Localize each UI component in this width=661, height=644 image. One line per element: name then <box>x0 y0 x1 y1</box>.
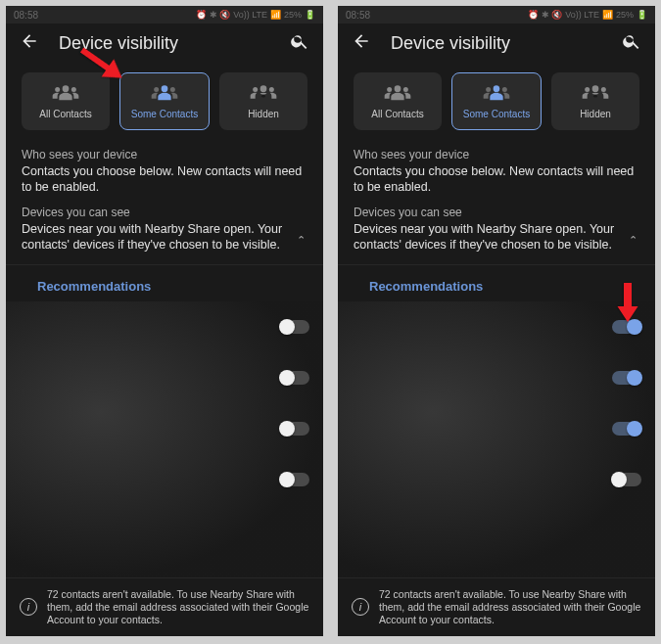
svg-point-5 <box>170 87 175 92</box>
screenshot-left: 08:58 ⏰ ✱ 🔇 Vo)) LTE 📶 25% 🔋 Device visi… <box>6 6 323 636</box>
who-sees-desc: Contacts you choose below. New contacts … <box>354 163 639 196</box>
annotation-arrow-right <box>611 283 640 322</box>
svg-point-3 <box>162 85 168 92</box>
list-item <box>20 352 309 403</box>
svg-point-4 <box>154 87 159 92</box>
tab-label: All Contacts <box>39 109 91 119</box>
contact-toggle[interactable] <box>280 422 309 436</box>
search-icon[interactable] <box>290 31 309 55</box>
status-icons: ⏰ ✱ 🔇 Vo)) LTE 📶 25% 🔋 <box>528 10 647 20</box>
list-item <box>352 301 641 352</box>
tab-label: Some Contacts <box>463 109 530 119</box>
tab-label: Hidden <box>580 109 611 119</box>
tab-label: All Contacts <box>371 109 423 119</box>
list-item <box>20 454 309 505</box>
status-bar: 08:58 ⏰ ✱ 🔇 Vo)) LTE 📶 25% 🔋 <box>338 6 655 23</box>
contacts-list-right <box>338 301 655 577</box>
footer-text: 72 contacts aren't available. To use Nea… <box>47 588 309 626</box>
svg-point-11 <box>387 87 392 92</box>
visibility-tabs: All Contacts Some Contacts Hidden <box>6 63 323 142</box>
group-icon <box>249 83 278 103</box>
back-icon[interactable] <box>352 31 371 55</box>
tab-some-contacts[interactable]: Some Contacts <box>451 72 542 130</box>
search-icon[interactable] <box>622 31 641 55</box>
app-header: Device visibility <box>6 23 323 63</box>
svg-point-14 <box>486 87 491 92</box>
contacts-list-left <box>6 301 323 577</box>
contact-toggle[interactable] <box>280 320 309 334</box>
back-icon[interactable] <box>20 31 39 55</box>
svg-point-8 <box>269 87 274 92</box>
group-icon <box>482 83 511 103</box>
tab-label: Some Contacts <box>131 109 198 119</box>
svg-point-1 <box>55 87 60 92</box>
contact-toggle[interactable] <box>612 422 641 436</box>
page-title: Device visibility <box>391 33 602 54</box>
svg-point-6 <box>260 85 267 92</box>
info-sections: Who sees your device Contacts you choose… <box>338 142 655 265</box>
recommendations-heading: Recommendations <box>338 265 655 301</box>
group-icon <box>581 83 610 103</box>
tab-all-contacts[interactable]: All Contacts <box>354 72 442 130</box>
who-sees-title: Who sees your device <box>354 148 639 161</box>
contact-toggle[interactable] <box>612 320 641 334</box>
clock: 08:58 <box>14 10 38 21</box>
screenshot-right: 08:58 ⏰ ✱ 🔇 Vo)) LTE 📶 25% 🔋 Device visi… <box>338 6 655 636</box>
status-bar: 08:58 ⏰ ✱ 🔇 Vo)) LTE 📶 25% 🔋 <box>6 6 323 23</box>
chevron-up-icon[interactable]: ⌃ <box>297 234 306 247</box>
footer-banner: i 72 contacts aren't available. To use N… <box>338 577 655 636</box>
svg-point-0 <box>63 85 70 92</box>
contact-toggle[interactable] <box>280 473 309 486</box>
chevron-up-icon[interactable]: ⌃ <box>629 234 637 247</box>
svg-point-2 <box>71 87 76 92</box>
tab-hidden[interactable]: Hidden <box>551 72 639 130</box>
list-item <box>352 454 641 505</box>
svg-point-9 <box>261 95 265 98</box>
svg-point-13 <box>494 85 500 92</box>
who-sees-desc: Contacts you choose below. New contacts … <box>22 163 307 196</box>
info-icon: i <box>352 598 369 616</box>
svg-point-7 <box>253 87 258 92</box>
list-item <box>352 403 641 454</box>
contact-toggle[interactable] <box>612 371 641 385</box>
svg-point-15 <box>502 87 507 92</box>
you-see-desc: Devices near you with Nearby Share open.… <box>354 221 621 253</box>
list-item <box>352 352 641 403</box>
clock: 08:58 <box>346 10 370 21</box>
you-see-title: Devices you can see <box>354 206 639 219</box>
group-icon <box>150 83 179 103</box>
list-item <box>20 403 309 454</box>
footer-text: 72 contacts aren't available. To use Nea… <box>379 588 641 626</box>
svg-point-10 <box>395 85 401 92</box>
svg-point-12 <box>403 87 408 92</box>
svg-point-17 <box>585 87 590 92</box>
info-sections: Who sees your device Contacts you choose… <box>6 142 323 265</box>
info-icon: i <box>20 598 37 616</box>
you-see-title: Devices you can see <box>22 206 307 219</box>
svg-point-16 <box>592 85 599 92</box>
recommendations-heading: Recommendations <box>6 265 323 301</box>
contact-toggle[interactable] <box>280 371 309 385</box>
tab-some-contacts[interactable]: Some Contacts <box>119 72 210 130</box>
group-icon <box>51 83 80 103</box>
svg-point-18 <box>601 87 606 92</box>
visibility-tabs: All Contacts Some Contacts Hidden <box>338 63 655 142</box>
tab-label: Hidden <box>248 109 279 119</box>
group-icon <box>383 83 412 103</box>
who-sees-title: Who sees your device <box>22 148 307 161</box>
status-icons: ⏰ ✱ 🔇 Vo)) LTE 📶 25% 🔋 <box>196 10 315 20</box>
you-see-desc: Devices near you with Nearby Share open.… <box>22 221 289 253</box>
app-header: Device visibility <box>338 23 655 63</box>
svg-point-19 <box>593 95 597 98</box>
list-item <box>20 301 309 352</box>
contact-toggle[interactable] <box>612 473 641 486</box>
tab-hidden[interactable]: Hidden <box>219 72 307 130</box>
footer-banner: i 72 contacts aren't available. To use N… <box>6 577 323 636</box>
